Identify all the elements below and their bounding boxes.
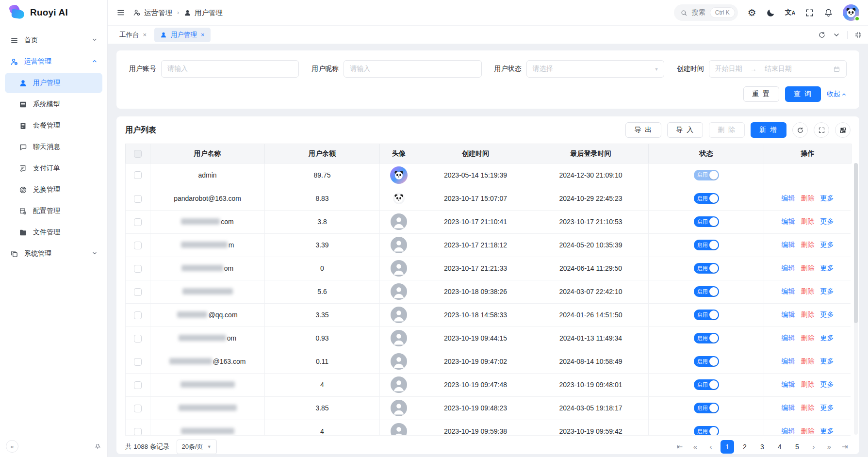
table-scrollbar[interactable]	[854, 163, 858, 435]
sidebar-item-chat[interactable]: 聊天消息	[5, 137, 102, 157]
page-4-button[interactable]: 4	[773, 440, 786, 454]
edit-link[interactable]: 编辑	[782, 310, 795, 318]
dark-mode-moon-icon[interactable]	[766, 8, 775, 17]
refresh-icon[interactable]	[792, 122, 808, 138]
delete-link[interactable]: 删除	[801, 264, 815, 272]
first-page-button[interactable]: ⇤	[674, 440, 686, 454]
sidebar-item-exchange[interactable]: 兑换管理	[5, 180, 102, 200]
page-size-select[interactable]: 20条/页 ▼	[177, 440, 217, 454]
status-toggle[interactable]: 启用	[694, 356, 719, 367]
reset-button[interactable]: 重 置	[743, 86, 779, 102]
more-link[interactable]: 更多	[820, 287, 834, 295]
status-toggle[interactable]: 启用	[694, 333, 719, 343]
delete-link[interactable]: 删除	[801, 427, 815, 435]
status-select[interactable]: 请选择 ▾	[526, 60, 664, 78]
edit-link[interactable]: 编辑	[782, 241, 795, 248]
language-translate-icon[interactable]: 文A	[785, 8, 795, 17]
refresh-icon[interactable]	[818, 31, 826, 39]
sidebar-item-config[interactable]: 配置管理	[5, 201, 102, 221]
sidebar-item-packages[interactable]: 套餐管理	[5, 115, 102, 136]
select-all-checkbox[interactable]	[134, 150, 142, 158]
prev-page-button[interactable]: ‹	[705, 440, 717, 454]
status-toggle[interactable]: 启用	[694, 170, 719, 180]
content-fullscreen-icon[interactable]	[854, 31, 862, 39]
row-checkbox[interactable]	[134, 218, 142, 226]
search-button[interactable]: 查 询	[785, 86, 821, 102]
row-checkbox[interactable]	[134, 195, 142, 203]
sidebar-item-system[interactable]: 系统管理	[5, 244, 102, 264]
status-toggle[interactable]: 启用	[694, 286, 719, 297]
sidebar-item-users[interactable]: 用户管理	[5, 73, 102, 93]
export-button[interactable]: 导 出	[625, 122, 661, 138]
delete-link[interactable]: 删除	[801, 194, 815, 202]
row-checkbox[interactable]	[134, 358, 142, 366]
row-checkbox[interactable]	[134, 381, 142, 389]
last-page-button[interactable]: ⇥	[839, 440, 851, 454]
user-avatar[interactable]	[843, 4, 859, 21]
more-link[interactable]: 更多	[820, 241, 834, 248]
row-checkbox[interactable]	[134, 405, 142, 412]
status-toggle[interactable]: 启用	[694, 240, 719, 250]
sidebar-item-operations[interactable]: 运营管理	[5, 51, 102, 72]
edit-link[interactable]: 编辑	[782, 217, 795, 225]
status-toggle[interactable]: 启用	[694, 310, 719, 320]
row-checkbox[interactable]	[134, 311, 142, 319]
status-toggle[interactable]: 启用	[694, 263, 719, 274]
status-toggle[interactable]: 启用	[694, 403, 719, 413]
status-toggle[interactable]: 启用	[694, 426, 719, 435]
more-link[interactable]: 更多	[820, 427, 834, 435]
close-icon[interactable]: ×	[143, 31, 147, 38]
more-link[interactable]: 更多	[820, 264, 834, 272]
page-1-button[interactable]: 1	[721, 440, 734, 454]
account-input[interactable]: 请输入	[161, 60, 299, 78]
column-settings-icon[interactable]	[835, 122, 851, 138]
global-search[interactable]: 搜索 Ctrl K	[674, 4, 738, 21]
page-5-button[interactable]: 5	[790, 440, 804, 454]
sidebar-item-models[interactable]: 系统模型	[5, 94, 102, 114]
edit-link[interactable]: 编辑	[782, 404, 795, 411]
close-icon[interactable]: ×	[201, 31, 205, 38]
edit-link[interactable]: 编辑	[782, 287, 795, 295]
table-fullscreen-icon[interactable]	[814, 122, 829, 138]
more-link[interactable]: 更多	[820, 357, 834, 365]
import-button[interactable]: 导 入	[667, 122, 703, 138]
more-link[interactable]: 更多	[820, 310, 834, 318]
edit-link[interactable]: 编辑	[782, 380, 795, 388]
hamburger-icon[interactable]	[116, 8, 125, 17]
status-toggle[interactable]: 启用	[694, 216, 719, 227]
jump-back-button[interactable]: «	[689, 440, 701, 454]
edit-link[interactable]: 编辑	[782, 357, 795, 365]
scrollbar-thumb[interactable]	[854, 163, 858, 323]
more-link[interactable]: 更多	[820, 404, 834, 411]
edit-link[interactable]: 编辑	[782, 334, 795, 342]
next-page-button[interactable]: ›	[808, 440, 819, 454]
row-checkbox[interactable]	[134, 171, 142, 179]
status-toggle[interactable]: 启用	[694, 193, 719, 204]
edit-link[interactable]: 编辑	[782, 194, 795, 202]
breadcrumb-operations[interactable]: 运营管理	[133, 8, 172, 17]
delete-button[interactable]: 删 除	[709, 122, 745, 138]
page-2-button[interactable]: 2	[738, 440, 752, 454]
more-link[interactable]: 更多	[820, 380, 834, 388]
tab-user-management[interactable]: 用户管理 ×	[154, 28, 211, 42]
jump-forward-button[interactable]: »	[823, 440, 835, 454]
add-button[interactable]: 新 增	[751, 122, 786, 138]
nickname-input[interactable]: 请输入	[344, 60, 481, 78]
delete-link[interactable]: 删除	[801, 334, 815, 342]
edit-link[interactable]: 编辑	[782, 427, 795, 435]
delete-link[interactable]: 删除	[801, 357, 815, 365]
more-link[interactable]: 更多	[820, 217, 834, 225]
chevron-down-icon[interactable]	[833, 31, 840, 39]
sidebar-item-orders[interactable]: 支付订单	[5, 158, 102, 179]
more-link[interactable]: 更多	[820, 194, 834, 202]
delete-link[interactable]: 删除	[801, 241, 815, 248]
settings-gear-icon[interactable]: ⚙	[748, 8, 756, 17]
pin-icon[interactable]	[94, 443, 101, 450]
row-checkbox[interactable]	[134, 242, 142, 249]
date-range-input[interactable]: 开始日期 → 结束日期	[709, 60, 847, 78]
delete-link[interactable]: 删除	[801, 404, 815, 411]
delete-link[interactable]: 删除	[801, 310, 815, 318]
row-checkbox[interactable]	[134, 265, 142, 273]
sidebar-collapse-button[interactable]: «	[6, 440, 18, 453]
delete-link[interactable]: 删除	[801, 217, 815, 225]
